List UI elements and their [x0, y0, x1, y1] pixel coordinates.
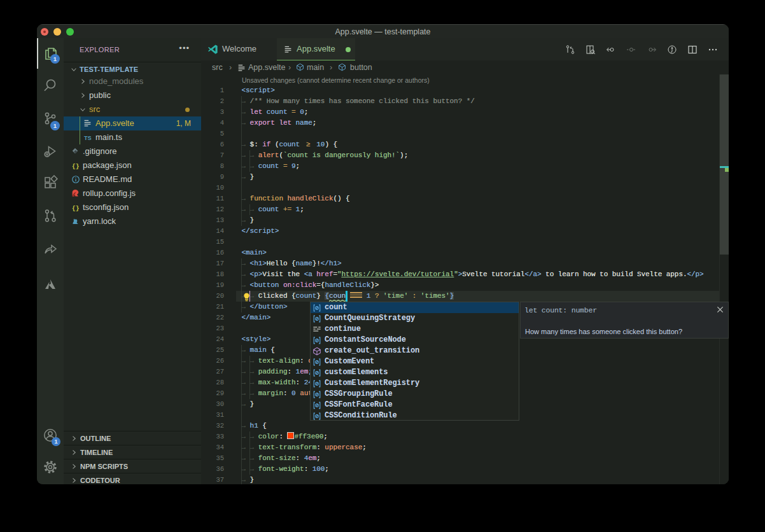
- svg-text:TS: TS: [84, 135, 92, 141]
- svg-text:{}: {}: [72, 163, 80, 170]
- svg-text:{}: {}: [72, 205, 80, 212]
